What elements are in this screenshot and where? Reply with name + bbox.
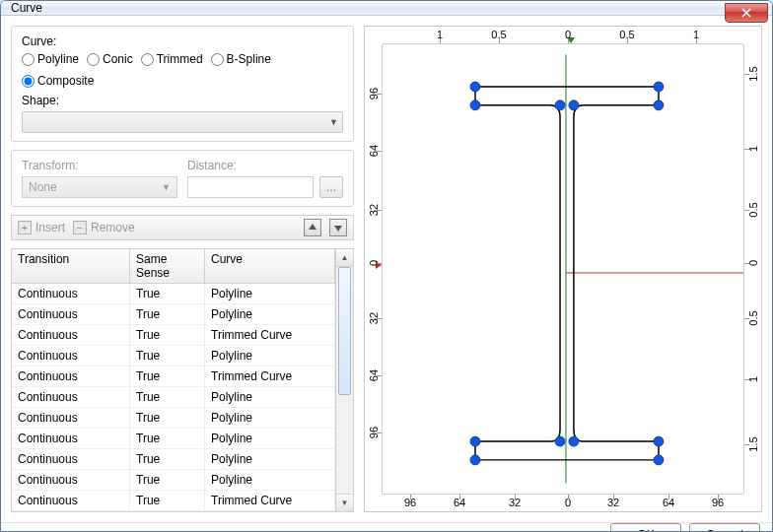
right-panel: 10.500.51 9664320326496 1.510.500.511.5 … [364, 26, 762, 512]
cancel-button[interactable]: Cancel [689, 523, 760, 532]
table-row[interactable]: ContinuousTruePolyline [12, 387, 335, 408]
insert-button: + Insert [18, 221, 65, 234]
table-row[interactable]: ContinuousTruePolyline [12, 429, 335, 449]
grid-wrap: Transition Same Sense Curve ContinuousTr… [11, 248, 354, 512]
plot-area[interactable] [383, 44, 743, 494]
canvas[interactable]: 10.500.51 9664320326496 1.510.500.511.5 … [364, 26, 762, 512]
window-title: Curve [11, 1, 42, 15]
shape-label: Shape: [22, 94, 343, 107]
curve-group: Curve: PolylineConicTrimmedB-SplineCompo… [11, 26, 354, 142]
scroll-thumb[interactable] [338, 267, 351, 395]
grid-header: Transition Same Sense Curve [12, 249, 335, 284]
radio-polyline[interactable]: Polyline [22, 52, 79, 66]
vertical-scrollbar[interactable]: ▲ ▼ [335, 249, 353, 511]
chevron-down-icon: ▼ [329, 117, 338, 127]
col-curve[interactable]: Curve [205, 249, 335, 283]
move-down-button[interactable] [329, 219, 347, 236]
left-panel: Curve: PolylineConicTrimmedB-SplineCompo… [11, 26, 354, 512]
ruler-top: 10.500.51 [383, 27, 743, 44]
dialog-window: Curve Curve: PolylineConicTrimmedB-Splin… [0, 0, 773, 532]
distance-ellipsis-button[interactable]: ... [319, 176, 343, 198]
titlebar[interactable]: Curve [1, 1, 772, 16]
remove-button: − Remove [73, 221, 135, 234]
radio-composite[interactable]: Composite [22, 74, 94, 88]
table-row[interactable]: ContinuousTrueTrimmed Curve [12, 366, 335, 387]
col-transition[interactable]: Transition [12, 249, 130, 283]
data-grid[interactable]: Transition Same Sense Curve ContinuousTr… [12, 249, 335, 511]
ruler-left: 9664320326496 [365, 44, 383, 494]
table-row[interactable]: ContinuousTruePolyline [12, 284, 335, 304]
table-row[interactable]: ContinuousTruePolyline [12, 470, 335, 491]
table-row[interactable]: ContinuousTrueTrimmed Curve [12, 325, 335, 346]
transform-combo: None ▼ [22, 176, 177, 198]
content-area: Curve: PolylineConicTrimmedB-SplineCompo… [1, 16, 772, 522]
plus-icon: + [18, 221, 32, 234]
close-button[interactable] [725, 3, 768, 23]
table-row[interactable]: ContinuousTrueTrimmed Curve [12, 491, 335, 511]
table-row[interactable]: ContinuousTruePolyline [12, 304, 335, 325]
chevron-down-icon: ▼ [162, 182, 171, 192]
radio-b-spline[interactable]: B-Spline [211, 52, 271, 66]
transform-label: Transform: [22, 159, 177, 172]
radio-trimmed[interactable]: Trimmed [141, 52, 203, 66]
shape-combo[interactable]: ▼ [22, 111, 343, 133]
transform-value: None [29, 180, 57, 194]
curve-radio-row: PolylineConicTrimmedB-SplineComposite [22, 52, 343, 88]
table-row[interactable]: ContinuousTruePolyline [12, 346, 335, 366]
scroll-up-icon[interactable]: ▲ [336, 249, 353, 267]
distance-label: Distance: [187, 159, 343, 172]
col-same-sense[interactable]: Same Sense [130, 249, 205, 283]
scroll-down-icon[interactable]: ▼ [336, 494, 353, 511]
move-up-button[interactable] [304, 219, 321, 236]
ruler-bottom: 9664320326496 [383, 494, 743, 511]
curve-label: Curve: [22, 34, 343, 48]
grid-toolbar: + Insert − Remove [11, 215, 354, 240]
table-row[interactable]: ContinuousTruePolyline [12, 449, 335, 470]
button-row: OK Cancel [1, 522, 772, 532]
minus-icon: − [73, 221, 87, 234]
ok-button[interactable]: OK [610, 523, 681, 532]
table-row[interactable]: ContinuousTruePolyline [12, 408, 335, 429]
transform-group: Transform: None ▼ Distance: ... [11, 150, 354, 207]
distance-input [187, 176, 314, 198]
dot-grid [383, 44, 743, 494]
radio-conic[interactable]: Conic [87, 52, 133, 66]
ruler-right: 1.510.500.511.5 [743, 44, 761, 494]
